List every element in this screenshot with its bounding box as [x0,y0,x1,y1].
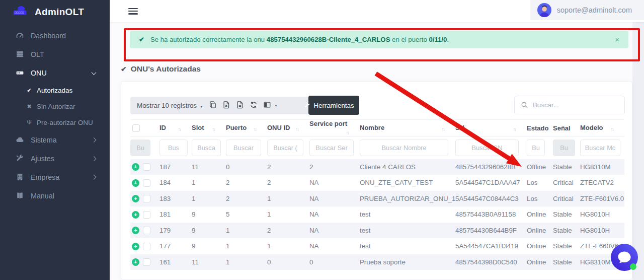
row-checkbox[interactable] [143,179,150,187]
sidebar-item-dashboard[interactable]: Dashboard [0,26,110,45]
sort-icon [254,125,257,132]
filter-cell [159,136,192,159]
sidebar-item-onu[interactable]: ONU [0,63,110,82]
search-input[interactable] [533,101,624,109]
filter-input-senal[interactable] [553,139,575,156]
cell-sn: 5A544547CA1B3419 [455,238,527,254]
check-icon: ✔ [25,87,33,94]
sort-icon [513,125,516,132]
select-all-checkbox[interactable] [132,124,140,132]
chevron-right-icon [92,175,97,180]
tools-dropdown-button[interactable]: Herramientas [308,96,359,115]
alert-close-button[interactable]: × [615,36,619,43]
filter-input-modelo[interactable] [580,139,620,156]
avatar [537,3,551,17]
file-icon[interactable] [236,101,244,109]
cell-sn: 485754432960628B [455,159,527,175]
column-header-id[interactable]: ID [159,120,192,136]
user-email: soporte@adminolt.com [557,6,632,14]
column-header-slot[interactable]: Slot [192,120,226,136]
sidebar-item-label: Sistema [31,136,57,144]
menu-toggle-button[interactable] [128,7,138,16]
column-header-modelo[interactable]: Modelo [580,120,624,136]
chevron-right-icon [92,156,97,161]
cell-id: 179 [159,223,192,239]
sidebar-item-empresa[interactable]: Empresa [0,168,110,186]
expand-row-button[interactable]: + [132,179,139,187]
user-menu[interactable]: soporte@adminolt.com [530,0,644,20]
filter-input-nombre[interactable] [360,139,448,156]
cell-id: 183 [159,191,192,207]
copy-icon[interactable] [209,101,217,109]
filter-cell [360,136,455,159]
brand[interactable]: AdminOLT [0,0,110,23]
cell-nombre: Cliente 4 CARLOS [360,159,455,175]
cell-modelo: ZTECATV2 [580,175,624,191]
page-scrollbar[interactable] [632,22,644,280]
filter-input-puerto[interactable] [226,139,261,156]
column-header-nombre[interactable]: Nombre [360,120,455,136]
column-header-service-port[interactable]: Service port [309,120,360,136]
cell-senal: Stable [553,254,580,270]
filter-input-slot[interactable] [192,139,221,156]
column-header-puerto[interactable]: Puerto [226,120,267,136]
expand-row-button[interactable]: + [132,211,139,219]
columns-icon[interactable] [263,101,278,109]
row-checkbox[interactable] [143,227,150,234]
filter-input-estado[interactable] [527,139,545,156]
expand-row-button[interactable]: + [132,258,139,266]
expand-row-button[interactable]: + [132,243,139,250]
row-checkbox[interactable] [143,258,150,266]
search-box [514,96,625,114]
table-card: Mostrar 10 registros Herramientas [121,81,632,280]
sidebar-item-pre-autorizar-onu[interactable]: ΨPre-autorizar ONU [0,114,110,130]
sort-icon [212,125,215,132]
filter-input-onu-id[interactable] [267,139,303,156]
sidebar-item-label: OLT [31,50,44,58]
sidebar-item-sin-autorizar[interactable]: ✖Sin Autorizar [0,98,110,114]
sidebar-item-manual[interactable]: Manual [0,186,110,205]
page-length-dropdown[interactable]: Mostrar 10 registros [137,102,203,109]
sidebar-item-label: ONU [31,69,47,77]
refresh-icon[interactable] [250,101,258,109]
expand-row-button[interactable]: + [132,195,139,202]
table-controls: Mostrar 10 registros [130,97,309,114]
row-checkbox[interactable] [143,195,150,202]
cell-onu-id: 1 [267,206,309,223]
sidebar-item-autorizadas[interactable]: ✔Autorizadas [0,82,110,98]
excel-icon[interactable] [222,101,230,109]
cell-modelo: HG8010H [580,206,624,223]
cell-service-port: NA [309,191,360,207]
filter-input-id[interactable] [159,139,188,156]
plug-icon: Ψ [25,119,33,125]
row-checkbox[interactable] [143,163,150,171]
column-label: Modelo [580,124,603,131]
filter-input-service-port[interactable] [309,139,354,156]
column-header-onu-id[interactable]: ONU ID [267,120,309,136]
row-checkbox[interactable] [143,211,150,219]
server-icon [15,50,24,58]
cell-nombre: test [360,206,455,223]
row-select-cell: + [130,238,159,254]
filter-cell [192,136,226,159]
chat-widget-button[interactable] [610,243,639,272]
cell-onu-id: 2 [267,159,309,175]
sidebar-item-sistema[interactable]: Sistema [0,130,110,149]
sort-icon [346,128,349,136]
cell-senal: Stable [553,223,580,239]
filter-input-select[interactable] [130,139,150,156]
device-icon [15,68,24,77]
expand-row-button[interactable]: + [132,163,139,171]
expand-row-button[interactable]: + [132,227,139,234]
sidebar-item-ajustes[interactable]: Ajustes [0,149,110,168]
cell-slot: 11 [192,159,226,175]
filter-input-sn[interactable] [455,139,519,156]
cell-estado: Online [527,206,553,223]
row-select-cell: + [130,254,159,270]
sidebar-item-label: Pre-autorizar ONU [37,119,93,126]
column-header-sn[interactable]: SN [455,120,527,136]
sort-icon [442,125,445,132]
row-checkbox[interactable] [143,243,150,250]
success-alert: ✔ Se ha autorizado correctamente la onu … [130,31,628,48]
sidebar-item-olt[interactable]: OLT [0,45,110,63]
